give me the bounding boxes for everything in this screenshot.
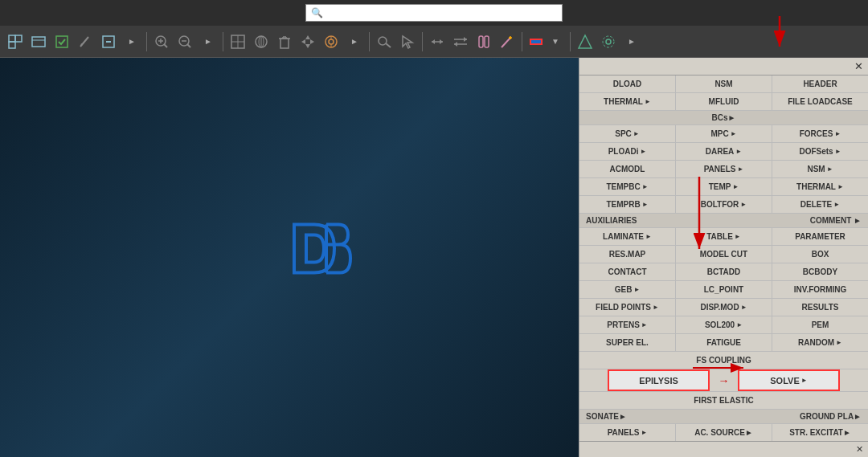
mod-cell-fatigue[interactable]: FATIGUE — [676, 334, 772, 351]
mod-cell-fileloadcase[interactable]: FILE LOADCASE — [772, 93, 868, 110]
mod-cell-sol200[interactable]: SOL200► — [676, 316, 772, 333]
window-controls — [757, 0, 868, 26]
mod-cell-panels2[interactable]: PANELS► — [579, 424, 676, 441]
toolbar-icon-cursor[interactable] — [397, 31, 418, 52]
svg-line-15 — [187, 44, 190, 47]
mod-cell-box[interactable]: BOX — [772, 246, 868, 263]
mod-cell-empty-epilysis-left — [579, 369, 608, 391]
mod-row-acmodl: ACMODL PANELS► NSM► — [579, 161, 868, 178]
toolbar-icon-wand[interactable] — [497, 31, 518, 52]
mod-cell-temp[interactable]: TEMP► — [676, 178, 772, 195]
options-list-close[interactable]: ✕ — [856, 444, 863, 455]
mod-row-fscoupling: FS COUPLING — [579, 352, 868, 369]
toolbar-icon-key[interactable] — [374, 31, 395, 52]
mod-cell-strexcitat[interactable]: STR. EXCITAT► — [772, 424, 868, 441]
mod-cell-dload[interactable]: DLOAD — [579, 75, 676, 92]
mod-cell-prtens[interactable]: PRTENS► — [579, 316, 676, 333]
mod-cell-mpc[interactable]: MPC► — [676, 125, 772, 142]
mod-cell-modelcut[interactable]: MODEL CUT — [676, 246, 772, 263]
mod-cell-resmap[interactable]: RES.MAP — [579, 246, 676, 263]
toolbar-zoom-in[interactable] — [151, 31, 172, 52]
maximize-button[interactable] — [794, 0, 831, 26]
comment-label: COMMENT ► — [810, 216, 862, 225]
svg-point-53 — [603, 36, 614, 47]
mod-cell-mfluid[interactable]: MFLUID — [676, 93, 772, 110]
mod-cell-pem[interactable]: PEM — [772, 316, 868, 333]
toolbar-separator-5 — [522, 32, 522, 51]
mod-cell-dispmod[interactable]: DISP.MOD► — [676, 299, 772, 316]
toolbar-icon-grid[interactable] — [227, 31, 248, 52]
mod-cell-epilysis[interactable]: EPILYSIS — [608, 369, 710, 391]
mod-cell-ploadi[interactable]: PLOADi► — [579, 143, 676, 160]
nas-button[interactable] — [530, 39, 542, 45]
mod-cell-lcpoint[interactable]: LC_POINT — [676, 281, 772, 298]
mod-cell-results[interactable]: RESULTS — [772, 299, 868, 316]
mod-cell-darea[interactable]: DAREA► — [676, 143, 772, 160]
toolbar-icon-pipe[interactable] — [473, 31, 494, 52]
toolbar-icon-arrow-right[interactable]: ► — [121, 31, 142, 52]
mod-cell-tempbc[interactable]: TEMPBC► — [579, 178, 676, 195]
toolbar-zoom-out[interactable] — [174, 31, 195, 52]
mod-row-epilysis: EPILYSIS → SOLVE► — [579, 369, 868, 392]
toolbar-icon-check[interactable] — [51, 31, 72, 52]
mod-cell-nsm1[interactable]: NSM — [676, 75, 772, 92]
mod-cell-firstelastic[interactable]: FIRST ELASTIC — [579, 392, 868, 409]
mod-cell-dofsets[interactable]: DOFSets► — [772, 143, 868, 160]
mod-cell-bcbody[interactable]: BCBODY — [772, 263, 868, 280]
svg-marker-38 — [403, 36, 412, 48]
toolbar-icon-dropdown[interactable]: ▼ — [545, 31, 566, 52]
toolbar-icon-2[interactable] — [28, 31, 49, 52]
mod-cell-laminate[interactable]: LAMINATE► — [579, 228, 676, 245]
toolbar-icon-trash[interactable] — [274, 31, 295, 52]
mod-cell-nsm2[interactable]: NSM► — [772, 161, 868, 177]
mod-cell-spc[interactable]: SPC► — [579, 125, 676, 142]
toolbar-icon-arrow2[interactable]: ► — [198, 31, 219, 52]
mod-cell-acmodl[interactable]: ACMODL — [579, 161, 676, 177]
mod-cell-geb[interactable]: GEB► — [579, 281, 676, 298]
mod-cell-temprb[interactable]: TEMPRB► — [579, 196, 676, 213]
mod-cell-fscoupling[interactable]: FS COUPLING — [579, 352, 868, 369]
mod-cell-contact[interactable]: CONTACT — [579, 263, 676, 280]
modules-panel: ✕ DLOAD NSM HEADER THERMAL► MFLUID FILE … — [579, 58, 868, 457]
toolbar-separator-6 — [570, 32, 571, 51]
toolbar-icon-1[interactable] — [5, 31, 26, 52]
mod-cell-boltfor[interactable]: BOLTFOR► — [676, 196, 772, 213]
svg-line-48 — [502, 38, 510, 47]
toolbar-icon-arrow4[interactable]: ► — [621, 31, 642, 52]
mod-cell-delete[interactable]: DELETE► — [772, 196, 868, 213]
toolbar-icon-gear[interactable] — [598, 31, 619, 52]
mod-cell-invforming[interactable]: INV.FORMING — [772, 281, 868, 298]
mod-cell-fieldpoints[interactable]: FIELD POINTS► — [579, 299, 676, 316]
toolbar-icon-pen[interactable] — [75, 31, 96, 52]
minimize-button[interactable] — [757, 0, 794, 26]
close-button[interactable] — [831, 0, 868, 26]
mod-cell-panels1[interactable]: PANELS► — [676, 161, 772, 177]
mod-cell-forces[interactable]: FORCES► — [772, 125, 868, 142]
modules-panel-close[interactable]: ✕ — [854, 60, 863, 72]
svg-line-11 — [164, 44, 167, 47]
toolbar-icon-exchange[interactable] — [450, 31, 471, 52]
mod-cell-thermal1[interactable]: THERMAL► — [579, 93, 676, 110]
toolbar-icon-5[interactable] — [98, 31, 119, 52]
toolbar-icon-move[interactable] — [297, 31, 318, 52]
mod-cell-header[interactable]: HEADER — [772, 75, 868, 92]
toolbar-separator-4 — [422, 32, 423, 51]
search-box[interactable]: 🔍 — [305, 4, 563, 22]
mod-cell-superel[interactable]: SUPER EL. — [579, 334, 676, 351]
options-list-bar: ✕ — [579, 441, 868, 457]
mod-cell-thermal2[interactable]: THERMAL► — [772, 178, 868, 195]
mod-cell-table[interactable]: TABLE► — [676, 228, 772, 245]
mod-row-fieldpoints: FIELD POINTS► DISP.MOD► RESULTS — [579, 299, 868, 316]
mod-cell-acsource[interactable]: AC. SOURCE► — [676, 424, 772, 441]
mod-cell-random[interactable]: RANDOM► — [772, 334, 868, 351]
toolbar-icon-9[interactable] — [251, 31, 272, 52]
toolbar-icon-target[interactable] — [321, 31, 342, 52]
toolbar-icon-mesh[interactable] — [575, 31, 596, 52]
mod-cell-bctadd[interactable]: BCTADD — [676, 263, 772, 280]
toolbar-icon-arrows-lr[interactable] — [427, 31, 448, 52]
svg-marker-30 — [301, 39, 305, 44]
mod-cell-solve[interactable]: SOLVE► — [738, 369, 840, 391]
mod-cell-parameter[interactable]: PARAMETER — [772, 228, 868, 245]
toolbar-icon-arrow3[interactable]: ► — [344, 31, 365, 52]
svg-marker-45 — [454, 42, 457, 47]
